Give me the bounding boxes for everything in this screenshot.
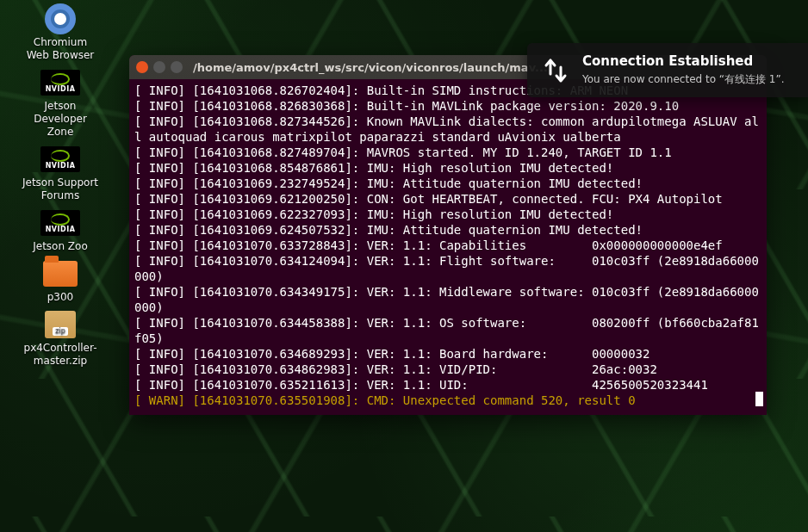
desktop-icon-label: Jetson Support Forums: [21, 176, 100, 202]
notification-toast[interactable]: Connection Established You are now conne…: [527, 43, 808, 97]
window-close-button[interactable]: [136, 61, 148, 73]
window-maximize-button[interactable]: [171, 61, 183, 73]
desktop-icon-jetson-support-forums[interactable]: NVIDIA Jetson Support Forums: [21, 144, 100, 202]
chromium-icon: [45, 3, 76, 34]
desktop-icons: Chromium Web Browser NVIDIA Jetson Devel…: [21, 3, 100, 368]
network-updown-icon: [539, 54, 572, 87]
desktop-icon-label: p300: [47, 291, 74, 304]
window-title: /home/amov/px4ctrl_ws/src/vicon/viconros…: [193, 61, 548, 74]
desktop-icon-folder-p300[interactable]: p300: [21, 258, 100, 304]
archive-icon: zip: [45, 311, 76, 338]
desktop-icon-archive-px4controller[interactable]: zip px4Controller-master.zip: [21, 309, 100, 368]
terminal-output[interactable]: [ INFO] [1641031068.826702404]: Built-in…: [129, 79, 767, 415]
terminal-cursor: [755, 392, 763, 406]
nvidia-icon: NVIDIA: [40, 146, 80, 172]
desktop-icon-label: Jetson Developer Zone: [21, 100, 100, 139]
nvidia-icon: NVIDIA: [40, 70, 80, 96]
terminal-window[interactable]: /home/amov/px4ctrl_ws/src/vicon/viconros…: [129, 55, 767, 415]
desktop-icon-jetson-dev-zone[interactable]: NVIDIA Jetson Developer Zone: [21, 67, 100, 139]
folder-icon: [43, 261, 78, 287]
desktop-icon-label: Chromium Web Browser: [21, 36, 100, 62]
desktop-icon-jetson-zoo[interactable]: NVIDIA Jetson Zoo: [21, 207, 100, 253]
notification-title: Connection Established: [582, 53, 796, 69]
notification-body: You are now connected to “有线连接 1”.: [582, 72, 796, 87]
desktop-icon-label: px4Controller-master.zip: [21, 342, 100, 368]
nvidia-icon: NVIDIA: [40, 210, 80, 236]
desktop-icon-label: Jetson Zoo: [33, 240, 88, 253]
desktop-icon-chromium[interactable]: Chromium Web Browser: [21, 3, 100, 62]
window-minimize-button[interactable]: [153, 61, 165, 73]
